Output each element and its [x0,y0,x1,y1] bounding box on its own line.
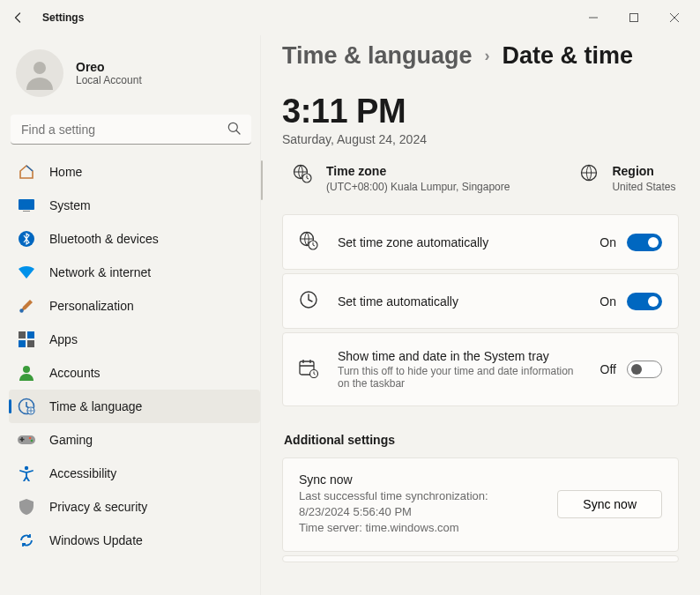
sidebar-item-label: Time & language [49,399,142,413]
sidebar-item-label: Accessibility [49,466,116,480]
sidebar-item-privacy[interactable]: Privacy & security [9,490,260,524]
sidebar-item-gaming[interactable]: Gaming [9,423,260,457]
breadcrumb: Time & language › Date & time [282,42,679,70]
setting-label: Set time zone automatically [338,235,580,249]
sync-now-button[interactable]: Sync now [557,490,662,518]
sidebar-item-accounts[interactable]: Accounts [9,356,260,390]
sidebar-item-label: Apps [49,332,78,346]
sidebar: Oreo Local Account Home System Bluetooth… [0,35,260,595]
timezone-info[interactable]: Time zone (UTC+08:00) Kuala Lumpur, Sing… [293,164,510,193]
brush-icon [18,297,35,315]
svg-point-1 [34,62,46,74]
sidebar-item-label: Accounts [49,366,101,380]
sidebar-item-personalization[interactable]: Personalization [9,289,260,323]
maximize-icon [629,12,639,23]
sidebar-item-label: Gaming [49,433,93,447]
timezone-value: (UTC+08:00) Kuala Lumpur, Singapore [326,181,510,193]
calendar-clock-icon [299,359,318,381]
search-icon [227,122,241,138]
window-controls [573,4,695,32]
sidebar-item-label: Bluetooth & devices [49,232,159,246]
globe-icon [580,164,598,184]
gaming-icon [18,431,35,449]
account-block[interactable]: Oreo Local Account [9,41,260,113]
account-name: Oreo [76,60,142,74]
region-value: United States [612,181,675,193]
setting-tz-auto: Set time zone automatically On [282,214,679,270]
wifi-icon [18,264,35,281]
breadcrumb-parent[interactable]: Time & language [282,42,473,70]
svg-rect-9 [19,340,26,347]
region-info[interactable]: Region United States [580,164,675,193]
setting-label: Show time and date in the System tray [338,349,581,363]
info-strip: Time zone (UTC+08:00) Kuala Lumpur, Sing… [282,160,679,209]
avatar [16,49,63,97]
sidebar-item-label: System [49,198,91,212]
close-button[interactable] [654,4,695,32]
region-label: Region [612,164,675,178]
setting-time-auto: Set time automatically On [282,273,679,329]
system-icon [18,197,35,214]
setting-systray: Show time and date in the System tray Tu… [282,332,679,406]
window-title: Settings [42,11,84,24]
sidebar-item-windows-update[interactable]: Windows Update [9,524,260,557]
toggle-state: On [599,294,616,309]
back-button[interactable] [5,5,30,30]
globe-clock-icon [293,164,312,186]
minimize-icon [588,12,599,23]
sidebar-item-label: Network & internet [49,265,151,279]
titlebar: Settings [0,0,700,35]
sidebar-item-apps[interactable]: Apps [9,323,260,356]
chevron-right-icon: › [485,47,490,65]
svg-rect-7 [19,331,26,338]
setting-label: Set time automatically [338,294,580,309]
timezone-label: Time zone [326,164,510,178]
section-heading: Additional settings [284,433,679,447]
close-icon [669,12,680,23]
clock-icon [299,290,318,312]
clock-globe-icon [18,398,35,415]
svg-rect-0 [630,14,638,22]
svg-rect-4 [23,211,30,212]
sidebar-item-bluetooth[interactable]: Bluetooth & devices [9,222,260,256]
content: Time & language › Date & time 3:11 PM Sa… [260,35,700,595]
sidebar-item-label: Personalization [49,299,134,313]
maximize-button[interactable] [614,4,654,32]
svg-point-11 [23,366,30,373]
sidebar-item-network[interactable]: Network & internet [9,256,260,289]
minimize-button[interactable] [573,4,614,32]
toggle-time-auto[interactable] [627,293,662,310]
sidebar-item-label: Windows Update [49,533,143,547]
svg-point-15 [29,437,32,440]
toggle-systray[interactable] [627,361,662,378]
list-item[interactable] [282,555,679,562]
toggle-state: On [599,235,616,249]
nav-list: Home System Bluetooth & devices Network … [9,155,260,557]
svg-point-17 [25,466,28,470]
sync-card: Sync now Last successful time synchroniz… [282,457,679,552]
svg-rect-8 [27,331,34,338]
svg-rect-3 [19,199,34,210]
accessibility-icon [18,465,35,482]
person-icon [23,56,56,90]
toggle-tz-auto[interactable] [627,234,662,251]
search-input[interactable] [11,115,251,145]
home-icon [18,163,35,181]
toggle-state: Off [600,362,616,376]
apps-icon [18,331,35,348]
svg-rect-10 [27,340,34,347]
shield-icon [18,498,35,516]
arrow-left-icon [11,11,25,25]
sidebar-item-home[interactable]: Home [9,155,260,189]
person-icon [18,364,35,382]
sync-title: Sync now [299,472,538,487]
page-title: Date & time [503,42,634,70]
sidebar-item-accessibility[interactable]: Accessibility [9,457,260,490]
update-icon [18,532,35,549]
svg-point-6 [19,309,23,312]
account-type: Local Account [76,74,142,86]
sidebar-item-time-language[interactable]: Time & language [9,390,260,423]
sidebar-item-system[interactable]: System [9,189,260,222]
setting-description: Turn this off to hide your time and date… [338,365,581,390]
globe-clock-icon [299,231,318,253]
